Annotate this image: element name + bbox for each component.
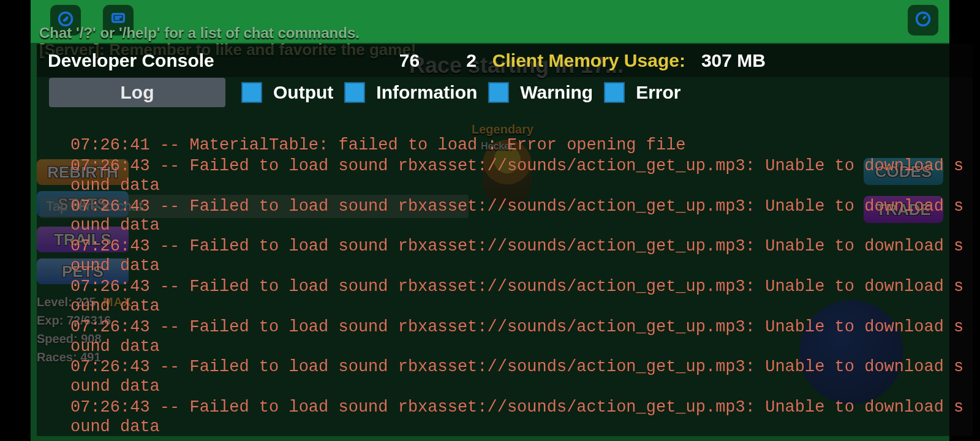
log-line: 07:26:43 -- Failed to load sound rbxasse… [70,157,967,196]
warning-label: Warning [520,82,593,103]
chat-hint: Chat '/?' or '/help' for a list of chat … [39,24,360,42]
information-checkbox[interactable] [344,82,365,103]
information-label: Information [376,82,477,103]
log-line: 07:26:43 -- Failed to load sound rbxasse… [70,237,967,276]
devcon-filters: Log Output Information Warning Error [37,77,973,108]
gauge-icon [914,10,932,30]
log-line: 07:26:43 -- Failed to load sound rbxasse… [70,318,967,357]
developer-console: Developer Console 76 2 Client Memory Usa… [37,44,973,436]
log-output[interactable]: 07:26:41 -- MaterialTable: failed to loa… [70,136,967,436]
log-line: 07:26:43 -- Failed to load sound rbxasse… [70,197,967,236]
memory-value: 307 MB [701,50,766,71]
memory-label: Client Memory Usage: [492,50,685,71]
error-label: Error [636,82,680,103]
error-checkbox[interactable] [604,82,625,103]
devcon-num2: 2 [466,50,477,71]
devcon-title: Developer Console [48,50,214,71]
warning-checkbox[interactable] [488,82,509,103]
log-line: 07:26:43 -- Failed to load sound rbxasse… [70,398,967,436]
output-label: Output [273,82,333,103]
log-tab[interactable]: Log [49,78,225,107]
log-line: 07:26:41 -- MaterialTable: failed to loa… [70,136,967,156]
log-line: 07:26:43 -- Failed to load sound rbxasse… [70,277,967,317]
devcon-header: Developer Console 76 2 Client Memory Usa… [37,44,973,77]
performance-button[interactable] [908,5,938,36]
output-checkbox[interactable] [241,82,262,103]
devcon-num1: 76 [399,50,420,71]
log-line: 07:26:43 -- Failed to load sound rbxasse… [70,358,967,397]
